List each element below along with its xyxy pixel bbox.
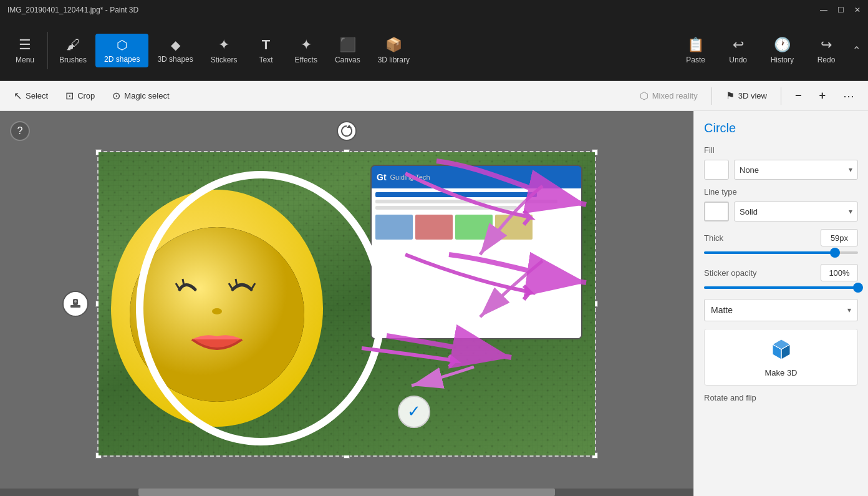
history-icon: 🕐 xyxy=(774,37,791,53)
help-button[interactable]: ? xyxy=(10,121,30,141)
make3d-button[interactable]: Make 3D xyxy=(704,329,858,386)
tool-select-label: Select xyxy=(26,91,48,100)
3d-view-flag-icon: ⚑ xyxy=(726,90,735,102)
thickness-slider-fill xyxy=(704,251,835,254)
toolbar-history[interactable]: 🕐 History xyxy=(762,33,803,68)
laptop-thumb-2 xyxy=(415,215,453,240)
matte-option-text: Matte xyxy=(711,305,733,315)
tool-crop[interactable]: ⊡ Crop xyxy=(59,87,101,104)
canvas-scrollbar[interactable] xyxy=(0,489,693,496)
tool-3d-view[interactable]: ⚑ 3D view xyxy=(720,87,773,104)
redo-icon: ↪ xyxy=(821,37,832,53)
laptop-thumb-4 xyxy=(495,215,533,240)
toolbar-3dlibrary[interactable]: 📦 3D library xyxy=(369,33,418,68)
window-controls: — ☐ ✕ xyxy=(820,6,861,14)
tool-crop-label: Crop xyxy=(77,91,95,100)
secondary-toolbar: ↖ Select ⊡ Crop ⊙ Magic select ⬡ Mixed r… xyxy=(0,81,868,111)
toolbar-right: 📋 Paste ↩ Undo 🕐 History ↪ Redo ⌃ xyxy=(677,33,863,68)
toolbar-redo[interactable]: ↪ Redo xyxy=(808,33,845,68)
toolbar-brushes[interactable]: 🖌 Brushes xyxy=(51,33,95,68)
tool-mixed-reality[interactable]: ⬡ Mixed reality xyxy=(634,87,704,104)
laptop-text-2 xyxy=(375,200,557,203)
opacity-slider-thumb[interactable] xyxy=(853,283,863,293)
toolbar-canvas[interactable]: ⬛ Canvas xyxy=(326,33,369,68)
minimize-button[interactable]: — xyxy=(820,6,827,14)
line-type-label: Line type xyxy=(704,187,858,197)
select-arrow-icon: ↖ xyxy=(14,90,22,102)
toolbar-2dshapes[interactable]: ⬡ 2D shapes xyxy=(95,34,148,67)
opacity-label: Sticker opacity xyxy=(704,268,757,278)
magic-select-icon: ⊙ xyxy=(112,90,120,102)
line-type-dropdown[interactable]: Solid ▾ xyxy=(734,202,858,221)
line-color-swatch[interactable] xyxy=(704,202,729,221)
tool-3d-view-label: 3D view xyxy=(738,91,767,100)
title-bar: IMG_20190401_120441.jpg* - Paint 3D — ☐ … xyxy=(0,0,868,20)
opacity-slider-fill xyxy=(704,286,858,289)
laptop-screen: Gt Guiding Tech xyxy=(372,166,581,338)
thickness-input[interactable]: 59px xyxy=(821,229,858,246)
toolbar-history-label: History xyxy=(771,56,794,64)
opacity-slider-track[interactable] xyxy=(704,286,858,289)
laptop-thumb-3 xyxy=(455,215,493,240)
toolbar-text[interactable]: T Text xyxy=(246,33,286,68)
toolbar-3dshapes[interactable]: ◆ 3D shapes xyxy=(148,34,201,67)
line-type-chevron-icon: ▾ xyxy=(849,207,852,216)
menu-icon: ☰ xyxy=(19,37,31,53)
toolbar-chevron-up[interactable]: ⌃ xyxy=(850,42,863,59)
stamp-icon[interactable] xyxy=(62,291,89,317)
toolbar-3dlibrary-label: 3D library xyxy=(378,56,410,64)
maximize-button[interactable]: ☐ xyxy=(837,6,844,14)
zoom-in-button[interactable]: + xyxy=(813,87,832,105)
sec-toolbar-right: ⬡ Mixed reality ⚑ 3D view − + ⋯ xyxy=(634,87,861,105)
tool-mixed-reality-label: Mixed reality xyxy=(652,91,698,100)
fill-dropdown[interactable]: None ▾ xyxy=(734,160,858,180)
zoom-out-button[interactable]: − xyxy=(789,87,808,105)
tool-magic-select[interactable]: ⊙ Magic select xyxy=(106,87,175,104)
text-icon: T xyxy=(262,37,270,53)
canvas-area[interactable]: ? xyxy=(0,111,693,496)
svg-point-5 xyxy=(74,300,77,303)
laptop-logo-text: Gt xyxy=(377,172,387,182)
3dshapes-icon: ◆ xyxy=(171,37,180,52)
tool-select[interactable]: ↖ Select xyxy=(7,87,54,104)
thickness-value: 59px xyxy=(831,233,848,243)
3dlibrary-icon: 📦 xyxy=(385,37,402,53)
more-options-button[interactable]: ⋯ xyxy=(837,87,861,105)
toolbar-brushes-label: Brushes xyxy=(59,56,87,64)
make3d-cube-icon xyxy=(770,337,793,364)
toolbar-effects[interactable]: ✦ Effects xyxy=(286,33,326,68)
matte-dropdown[interactable]: Matte ▾ xyxy=(704,299,858,321)
toolbar-text-label: Text xyxy=(259,56,272,64)
fill-label: Fill xyxy=(704,145,858,155)
rotation-handle[interactable] xyxy=(337,121,357,141)
checkmark-icon: ✓ xyxy=(407,402,421,421)
toolbar-menu-label: Menu xyxy=(16,56,34,64)
more-options-icon: ⋯ xyxy=(843,89,854,103)
effects-icon: ✦ xyxy=(301,37,312,53)
thickness-slider-thumb[interactable] xyxy=(830,248,840,258)
laptop-content xyxy=(372,188,581,338)
canvas-scrollbar-thumb[interactable] xyxy=(138,489,554,496)
2dshapes-icon: ⬡ xyxy=(117,37,127,52)
canvas-image-container: Gt Guiding Tech xyxy=(97,151,596,457)
close-button[interactable]: ✕ xyxy=(854,6,861,14)
thickness-label: Thick xyxy=(704,233,723,243)
svg-marker-2 xyxy=(347,125,352,128)
mixed-reality-icon: ⬡ xyxy=(640,90,649,102)
main-toolbar: ☰ Menu 🖌 Brushes ⬡ 2D shapes ◆ 3D shapes… xyxy=(0,20,868,81)
toolbar-stickers[interactable]: ✦ Stickers xyxy=(202,33,246,68)
toolbar-paste[interactable]: 📋 Paste xyxy=(677,33,715,68)
line-type-row: Solid ▾ xyxy=(704,202,858,221)
toolbar-menu[interactable]: ☰ Menu xyxy=(5,33,45,68)
circle-shape[interactable] xyxy=(136,171,385,445)
opacity-value[interactable]: 100% xyxy=(821,264,858,281)
checkmark-circle[interactable]: ✓ xyxy=(398,396,430,428)
thickness-slider-track[interactable] xyxy=(704,251,858,254)
laptop-text-1 xyxy=(375,192,537,197)
fill-chevron-icon: ▾ xyxy=(849,165,852,174)
rotate-flip-label: Rotate and flip xyxy=(704,393,858,402)
toolbar-2dshapes-label: 2D shapes xyxy=(104,55,140,64)
toolbar-undo[interactable]: ↩ Undo xyxy=(720,33,757,68)
fill-color-swatch[interactable] xyxy=(704,160,729,180)
tool-magic-select-label: Magic select xyxy=(124,91,169,100)
